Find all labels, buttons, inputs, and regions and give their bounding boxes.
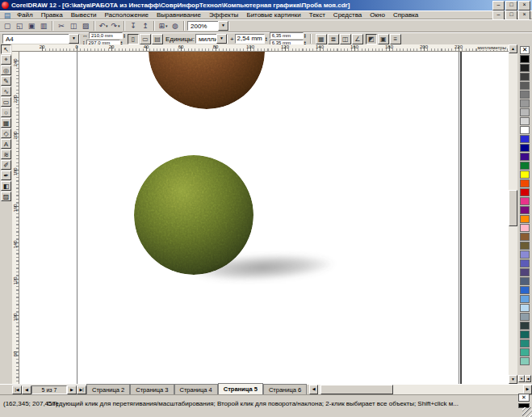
page-tab-2[interactable]: Страница 2	[86, 384, 130, 394]
color-swatch[interactable]	[520, 331, 530, 339]
restore-button[interactable]: □	[505, 1, 517, 11]
color-swatch[interactable]	[520, 99, 530, 107]
new-document-button[interactable]: ▢	[2, 21, 13, 32]
basic-shapes-tool[interactable]: ◇	[1, 128, 11, 138]
fill-tool[interactable]: ◧	[1, 181, 11, 191]
menu-item-4[interactable]: Расположение	[101, 11, 153, 19]
snap-to-objects-button[interactable]: ◫	[340, 34, 351, 44]
portrait-orientation-button[interactable]: ▯	[128, 34, 139, 44]
menu-item-3[interactable]: Вывести	[67, 11, 101, 19]
snap-to-grid-button[interactable]: ▦	[316, 34, 327, 44]
color-swatch[interactable]	[520, 171, 530, 179]
export-button[interactable]: ↥	[140, 21, 151, 32]
page-tab-6[interactable]: Страница 6	[263, 384, 307, 394]
duplicate-x-spinner[interactable]: ▴▾	[304, 33, 306, 38]
interactive-blend-tool[interactable]: ≋	[1, 150, 11, 159]
chevron-down-icon[interactable]: ▼	[69, 34, 79, 44]
page-tab-5[interactable]: Страница 5	[218, 383, 263, 394]
doc-close-button[interactable]: ×	[518, 11, 530, 20]
freehand-tool[interactable]: ✎	[1, 76, 11, 86]
previous-page-icon[interactable]: ◀	[22, 385, 31, 394]
color-swatch[interactable]	[520, 348, 530, 356]
scroll-up-icon[interactable]: ▲	[509, 44, 517, 53]
color-swatch[interactable]	[520, 313, 530, 321]
chevron-down-icon[interactable]: ▼	[218, 21, 228, 31]
palette-flyout-icon[interactable]: ◀	[525, 375, 531, 382]
paper-width-spinner[interactable]: ▴▾	[124, 33, 125, 38]
color-swatch[interactable]	[520, 91, 530, 99]
cut-button[interactable]: ✂	[56, 21, 67, 32]
smart-drawing-tool[interactable]: ∿	[1, 86, 11, 96]
color-swatch[interactable]	[520, 179, 530, 187]
palette-scroll-down-icon[interactable]: ▼	[518, 375, 525, 382]
menu-item-11[interactable]: Справка	[389, 11, 422, 19]
color-swatch[interactable]	[520, 224, 530, 232]
options-button[interactable]: ≡	[390, 34, 401, 44]
menu-item-6[interactable]: Эффекты	[205, 11, 242, 19]
color-swatch[interactable]	[520, 357, 530, 365]
vertical-ruler[interactable]: миллиметры 24022020018016014012010080	[12, 52, 19, 384]
ellipse-tool[interactable]: ○	[1, 107, 11, 117]
chevron-down-icon[interactable]: ▾	[106, 23, 108, 28]
color-swatch[interactable]	[520, 242, 530, 250]
marquee-select-button[interactable]: ▣	[378, 34, 389, 44]
color-swatch[interactable]	[520, 126, 530, 134]
color-swatch[interactable]	[520, 339, 530, 348]
color-swatch[interactable]	[520, 304, 530, 312]
graph-paper-tool[interactable]: ▦	[1, 118, 11, 128]
color-swatch[interactable]	[520, 82, 530, 90]
doc-restore-button[interactable]: □	[505, 11, 517, 20]
scroll-down-icon[interactable]: ▼	[509, 375, 517, 384]
color-swatch[interactable]	[520, 117, 530, 125]
menu-item-10[interactable]: Окно	[366, 11, 389, 19]
color-swatch[interactable]	[520, 55, 530, 63]
outline-tool[interactable]: ✒	[1, 171, 11, 180]
landscape-orientation-button[interactable]: ▭	[140, 34, 151, 44]
treat-as-filled-button[interactable]: ◩	[366, 34, 377, 44]
paste-button[interactable]: ▨	[80, 21, 91, 32]
rust-sphere[interactable]	[149, 52, 265, 109]
interactive-fill-tool[interactable]: ▨	[1, 192, 11, 201]
color-swatch[interactable]	[520, 251, 530, 259]
menu-item-8[interactable]: Текст	[305, 11, 329, 19]
canvas-artwork[interactable]	[19, 52, 509, 384]
corel-online-button[interactable]: ◍	[170, 21, 181, 32]
nudge-spinner[interactable]: ▴▾	[266, 36, 267, 41]
redo-button[interactable]: ↷▾	[110, 21, 121, 32]
color-swatch[interactable]	[520, 206, 530, 214]
color-swatch[interactable]	[520, 277, 530, 285]
color-swatch[interactable]	[520, 153, 530, 161]
duplicate-x-field[interactable]: 6,35 mm	[270, 32, 304, 39]
paper-width-field[interactable]: 210,0 mm	[89, 32, 123, 39]
color-swatch[interactable]	[520, 108, 530, 116]
open-button[interactable]: ◱	[14, 21, 25, 32]
moss-sphere[interactable]	[134, 155, 253, 275]
eyedropper-tool[interactable]: ✐	[1, 160, 11, 170]
nudge-offset-field[interactable]: 2,54 mm	[235, 34, 265, 44]
menu-item-2[interactable]: Правка	[37, 11, 67, 19]
color-swatch[interactable]	[520, 295, 530, 303]
color-swatch[interactable]	[520, 259, 530, 267]
color-swatch[interactable]	[520, 286, 530, 294]
resize-grip[interactable]	[522, 407, 532, 417]
shape-tool[interactable]: ⌖	[1, 55, 11, 65]
vertical-scrollbar[interactable]: ▲ ▼	[509, 44, 517, 384]
snap-to-guidelines-button[interactable]: ≣	[328, 34, 339, 44]
color-swatch[interactable]	[520, 215, 530, 223]
text-tool[interactable]: A	[1, 139, 11, 149]
save-button[interactable]: ▣	[26, 21, 37, 32]
color-swatch[interactable]	[520, 233, 530, 241]
horizontal-scrollbar[interactable]: ◀ ▶	[309, 385, 532, 394]
no-color-swatch[interactable]: ✕	[520, 46, 530, 54]
horizontal-ruler[interactable]: миллиметры 20020406080100120140160180200…	[12, 44, 509, 52]
zoom-level-combo[interactable]: 200% ▼	[187, 21, 229, 31]
drawing-canvas[interactable]	[19, 52, 509, 384]
doc-minimize-button[interactable]: –	[492, 11, 505, 20]
first-page-icon[interactable]: |◀	[12, 385, 22, 394]
color-swatch[interactable]	[520, 162, 530, 170]
page-tab-4[interactable]: Страница 4	[174, 384, 218, 394]
next-page-icon[interactable]: ▶	[67, 385, 77, 394]
pick-tool[interactable]: ↖	[1, 44, 11, 54]
vertical-scroll-thumb[interactable]	[509, 190, 517, 226]
color-swatch[interactable]	[520, 73, 530, 81]
